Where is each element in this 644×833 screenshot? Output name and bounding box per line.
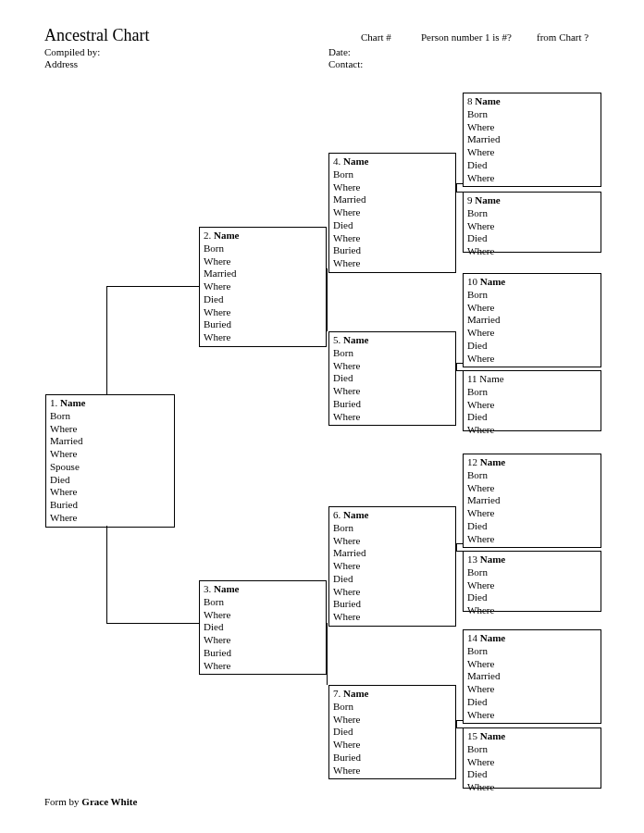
field: Where [333, 181, 360, 193]
connector [106, 286, 107, 394]
box-name: Name [479, 373, 503, 384]
box-number: 15 [467, 730, 477, 741]
field: Died [333, 726, 353, 737]
field: Where [467, 424, 494, 435]
connector [456, 370, 463, 371]
field: Where [204, 331, 230, 342]
box-name: Name [475, 194, 501, 205]
connector [456, 543, 457, 551]
field: Where [467, 121, 494, 132]
field: Where [467, 658, 494, 669]
field: Buried [333, 752, 361, 763]
field: Where [467, 146, 494, 157]
person-box-1: 1. Name Born Where Married Where Spouse … [45, 394, 175, 528]
person-box-12: 12 Name Born Where Married Where Died Wh… [463, 454, 601, 548]
field: Born [467, 207, 488, 218]
person-box-7: 7. Name Born Where Died Where Buried Whe… [328, 685, 456, 779]
person-box-11: 11 Name Born Where Died Where [463, 370, 601, 431]
field: Died [333, 219, 353, 230]
field: Buried [50, 499, 78, 510]
field: Died [204, 621, 223, 632]
person-number-text: Person number 1 is #? [421, 31, 512, 43]
field: Married [333, 547, 365, 558]
field: Married [204, 267, 236, 279]
box-number: 1. [50, 397, 57, 408]
field: Where [333, 714, 360, 725]
field: Buried [333, 598, 361, 609]
field: Born [50, 410, 70, 421]
field: Died [467, 768, 487, 779]
field: Where [204, 255, 230, 267]
field: Where [50, 423, 77, 434]
field: Where [333, 535, 360, 546]
page-title: Ancestral Chart [44, 26, 149, 45]
field: Buried [204, 318, 231, 329]
connector [456, 192, 463, 193]
field: Where [467, 353, 494, 364]
address-label: Address [44, 58, 78, 69]
field: Died [467, 232, 487, 243]
box-number: 3. [204, 583, 211, 594]
box-number: 14 [467, 632, 477, 643]
field: Where [467, 604, 494, 615]
box-name: Name [480, 730, 506, 741]
field: Married [333, 193, 365, 205]
field: Where [204, 280, 230, 292]
field: Where [50, 512, 77, 523]
chart-number-label: Chart # [361, 31, 391, 43]
field: Married [467, 670, 500, 681]
person-box-4: 4. Name Born Where Married Where Died Wh… [328, 153, 456, 273]
box-name: Name [60, 397, 86, 408]
field: Buried [333, 244, 361, 255]
field: Where [333, 611, 360, 622]
field: Where [204, 660, 230, 671]
field: Born [333, 522, 353, 533]
field: Died [467, 159, 487, 170]
field: Where [333, 232, 360, 243]
connector [106, 526, 107, 623]
field: Married [467, 133, 500, 144]
person-box-8: 8 Name Born Where Married Where Died Whe… [463, 93, 601, 187]
field: Where [333, 411, 360, 422]
field: Born [467, 289, 488, 300]
box-name: Name [214, 583, 240, 594]
field: Where [467, 781, 494, 792]
connector [106, 623, 199, 624]
field: Where [333, 360, 360, 371]
field: Where [467, 245, 494, 256]
field: Where [467, 756, 494, 767]
field: Died [467, 520, 487, 531]
author-name: Grace White [81, 796, 137, 807]
box-number: 13 [467, 553, 477, 565]
date-label: Date: [328, 46, 351, 57]
person-box-14: 14 Name Born Where Married Where Died Wh… [463, 629, 601, 724]
box-number: 12 [467, 456, 477, 467]
box-number: 5. [333, 334, 341, 345]
field: Died [50, 474, 69, 485]
connector [456, 363, 463, 364]
person-box-15: 15 Name Born Where Died Where [463, 727, 601, 789]
field: Where [467, 507, 494, 518]
connector [327, 623, 328, 685]
person-box-6: 6. Name Born Where Married Where Died Wh… [328, 506, 456, 627]
box-name: Name [475, 95, 501, 106]
box-name: Name [480, 632, 506, 643]
field: Where [204, 609, 230, 620]
field: Married [467, 494, 500, 505]
field: Where [333, 560, 360, 571]
box-number: 8 [467, 95, 473, 106]
box-number: 6. [333, 509, 341, 520]
field: Born [467, 108, 488, 119]
field: Died [333, 573, 353, 584]
box-name: Name [480, 456, 506, 467]
field: Born [467, 469, 488, 480]
field: Born [467, 386, 488, 397]
field: Buried [204, 647, 231, 658]
box-number: 7. [333, 688, 341, 699]
field: Died [467, 591, 487, 603]
field: Where [333, 257, 360, 268]
connector [456, 720, 463, 721]
field: Died [333, 372, 353, 383]
field: Died [467, 696, 487, 707]
box-name: Name [343, 688, 369, 699]
